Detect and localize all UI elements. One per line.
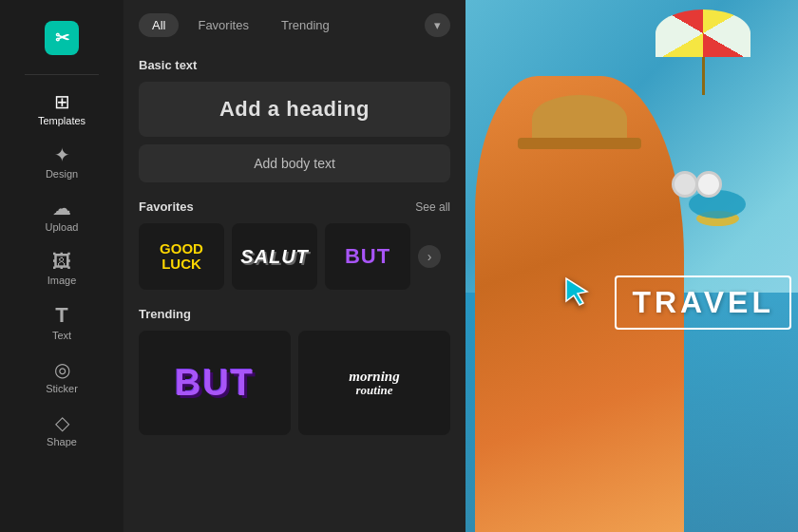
logo-area[interactable]: ✂ (0, 10, 124, 70)
add-heading-button[interactable]: Add a heading (139, 82, 450, 137)
morning-routine-line2: routine (349, 384, 399, 397)
tab-favorites[interactable]: Favorites (184, 13, 261, 37)
umbrella-pole (702, 57, 705, 95)
swimmer-1 (672, 171, 698, 198)
panel-tabs: All Favorites Trending ▾ (124, 0, 466, 47)
sidebar-item-sticker[interactable]: ◎ Sticker (0, 351, 124, 404)
fav-item-but-sm[interactable]: BUT (325, 223, 410, 290)
dropdown-icon: ▾ (434, 18, 441, 32)
sidebar-item-text[interactable]: T Text (0, 295, 124, 351)
sidebar-label-text: Text (52, 330, 71, 341)
sidebar-label-design: Design (46, 168, 78, 180)
sidebar-label-upload: Upload (46, 221, 79, 233)
canvas-area[interactable]: TRAVEL (466, 0, 798, 532)
but-big-text: BUT (175, 363, 255, 404)
add-body-button[interactable]: Add body text (139, 144, 450, 182)
salut-text: SALUT (240, 246, 309, 268)
favorites-scroll-right[interactable]: › (418, 245, 441, 268)
hat-brim (518, 138, 641, 149)
templates-icon: ⊞ (54, 92, 70, 111)
sidebar-item-image[interactable]: 🖼 Image (0, 242, 124, 295)
fav-item-good-luck[interactable]: GOOD LUCK (139, 223, 224, 290)
favorites-row: GOOD LUCK SALUT BUT › (139, 223, 450, 290)
person-hat (532, 95, 627, 142)
morning-routine-text: morning routine (349, 369, 399, 398)
app-logo[interactable]: ✂ (45, 21, 79, 55)
trending-grid: BUT morning routine (139, 331, 450, 435)
sidebar-label-templates: Templates (38, 115, 86, 126)
basic-text-title: Basic text (139, 58, 450, 72)
tab-trending[interactable]: Trending (268, 13, 343, 37)
trending-section: Trending BUT morning routine (139, 307, 450, 435)
swimmers (672, 171, 722, 198)
but-sm-text: BUT (345, 244, 390, 269)
sidebar-divider (25, 74, 99, 75)
sidebar-label-image: Image (48, 275, 77, 286)
shape-icon: ◇ (55, 413, 69, 432)
sidebar-item-shape[interactable]: ◇ Shape (0, 404, 124, 457)
image-icon: 🖼 (52, 252, 71, 271)
good-luck-line1: GOOD (160, 241, 203, 257)
morning-routine-line1: morning (349, 369, 399, 385)
sticker-icon: ◎ (54, 360, 70, 379)
favorites-title: Favorites (139, 200, 194, 214)
trend-item-morning-routine[interactable]: morning routine (298, 331, 450, 435)
umbrella-canopy (656, 10, 750, 57)
good-luck-line2: LUCK (160, 256, 203, 273)
sidebar: ✂ ⊞ Templates ✦ Design ☁ Upload 🖼 Image … (0, 0, 124, 532)
sidebar-item-templates[interactable]: ⊞ Templates (0, 83, 124, 136)
tab-all[interactable]: All (139, 13, 179, 37)
text-panel: All Favorites Trending ▾ Basic text Add … (124, 0, 466, 532)
see-all-link[interactable]: See all (415, 200, 450, 214)
sidebar-label-sticker: Sticker (46, 383, 78, 394)
svg-marker-0 (566, 278, 587, 305)
sidebar-label-shape: Shape (47, 436, 77, 447)
travel-text-element[interactable]: TRAVEL (615, 276, 791, 330)
design-icon: ✦ (54, 145, 70, 164)
text-icon: T (55, 305, 67, 326)
good-luck-text: GOOD LUCK (160, 241, 203, 273)
upload-icon: ☁ (52, 199, 71, 218)
beach-umbrella (656, 10, 750, 86)
trend-item-but[interactable]: BUT (139, 331, 291, 435)
more-dropdown[interactable]: ▾ (425, 13, 450, 37)
panel-content: Basic text Add a heading Add body text F… (124, 47, 466, 532)
fav-item-salut[interactable]: SALUT (232, 223, 317, 290)
trending-title: Trending (139, 307, 450, 321)
swimmer-2 (695, 171, 722, 198)
sidebar-item-upload[interactable]: ☁ Upload (0, 189, 124, 242)
sidebar-item-design[interactable]: ✦ Design (0, 136, 124, 189)
favorites-header: Favorites See all (139, 200, 450, 214)
travel-text: TRAVEL (632, 285, 774, 319)
